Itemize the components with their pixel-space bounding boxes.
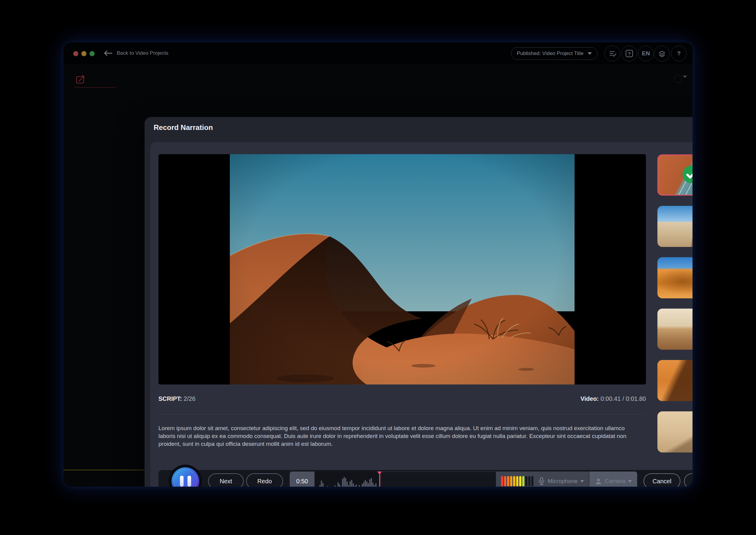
- thumbnail-beach[interactable]: [657, 155, 692, 196]
- thumbnail-dune-shadow-curve[interactable]: [657, 360, 692, 401]
- help-icon: ?: [677, 50, 681, 57]
- script-checklist-button[interactable]: [604, 46, 620, 61]
- chevron-down-icon: [580, 480, 584, 482]
- video-label: Video:: [581, 395, 599, 402]
- app-window: Back to Video Projects Published: Video …: [64, 42, 692, 487]
- project-status-label: Published: Video Project Title: [517, 50, 584, 57]
- video-time: Video: 0:00.41 / 0:01.80: [581, 395, 646, 405]
- next-button[interactable]: Next: [208, 473, 244, 487]
- remaining-recording-area: [381, 471, 496, 487]
- script-label: SCRIPT:: [159, 395, 182, 402]
- status-row: SCRIPT: 2/26 Video: 0:00.41 / 0:01.80: [159, 395, 646, 405]
- modal-content-panel: SCRIPT: 2/26 Video: 0:00.41 / 0:01.80 Lo…: [150, 142, 692, 487]
- done-button[interactable]: Done: [684, 473, 692, 487]
- pause-icon: [188, 476, 191, 487]
- help-box-icon: ?: [626, 50, 633, 57]
- microphone-label: Microphone: [548, 478, 578, 485]
- selected-check-icon: [682, 165, 692, 185]
- script-count: 2/26: [184, 395, 195, 402]
- screen: Back to Video Projects Published: Video …: [0, 0, 756, 535]
- checklist-icon: [608, 49, 617, 58]
- thumbnail-desert-plain-haze[interactable]: [657, 309, 692, 350]
- microphone-icon: [538, 477, 545, 486]
- level-meter: [501, 476, 534, 486]
- record-narration-modal: Record Narration ✕: [145, 117, 692, 487]
- microphone-section: Microphone: [496, 471, 589, 487]
- back-button[interactable]: Back to Video Projects: [103, 48, 168, 59]
- person-icon: [595, 478, 602, 485]
- help-button[interactable]: ?: [671, 46, 687, 61]
- redo-button[interactable]: Redo: [246, 473, 283, 487]
- elapsed-time: 0:50: [290, 471, 314, 487]
- chevron-down-icon: [588, 52, 592, 55]
- cancel-button[interactable]: Cancel: [644, 473, 681, 487]
- thumbnail-pale-dune-sky[interactable]: [657, 206, 692, 247]
- background-divider: [74, 87, 116, 88]
- help-box-button[interactable]: ?: [622, 46, 637, 61]
- waveform-bars: [319, 471, 380, 487]
- video-timecode: 0:00.41 / 0:01.80: [600, 395, 646, 402]
- microphone-dropdown[interactable]: Microphone: [538, 477, 584, 486]
- narration-script-text: Lorem ipsum dolor sit amet, consectetur …: [159, 424, 636, 448]
- layers-icon: [657, 49, 666, 58]
- back-arrow-icon: [103, 50, 112, 57]
- audio-waveform-strip[interactable]: [314, 471, 496, 487]
- desert-dune-frame: [230, 154, 574, 384]
- waveform-playhead[interactable]: [379, 471, 380, 487]
- project-status-dropdown[interactable]: Published: Video Project Title: [511, 47, 597, 60]
- recording-toolbar: Next Redo 0:50: [159, 470, 692, 487]
- layers-button[interactable]: [654, 46, 670, 61]
- thumbnail-orange-dunes-sky[interactable]: [657, 257, 692, 298]
- top-bar: Back to Video Projects Published: Video …: [64, 42, 692, 64]
- camera-section: Camera: [589, 471, 637, 487]
- divider: [159, 414, 646, 415]
- background-chevron-down-icon: [683, 78, 687, 83]
- chevron-down-icon: [628, 480, 632, 482]
- pause-icon: [180, 476, 184, 487]
- window-zoom-dot[interactable]: [90, 51, 95, 56]
- edit-pencil-icon: [75, 74, 86, 86]
- modal-title: Record Narration: [154, 123, 213, 132]
- language-label: EN: [642, 50, 650, 57]
- thumbnail-cream-dune-curve[interactable]: [657, 411, 692, 453]
- language-button[interactable]: EN: [638, 46, 654, 61]
- background-zoom-control: [674, 75, 682, 83]
- thumbnail-list: [657, 155, 692, 463]
- script-progress: SCRIPT: 2/26: [159, 395, 195, 405]
- window-minimize-dot[interactable]: [81, 51, 86, 56]
- camera-dropdown[interactable]: Camera: [595, 478, 632, 485]
- back-label: Back to Video Projects: [117, 50, 168, 56]
- window-close-dot[interactable]: [73, 51, 78, 56]
- video-preview: [159, 154, 646, 384]
- camera-label: Camera: [605, 478, 625, 485]
